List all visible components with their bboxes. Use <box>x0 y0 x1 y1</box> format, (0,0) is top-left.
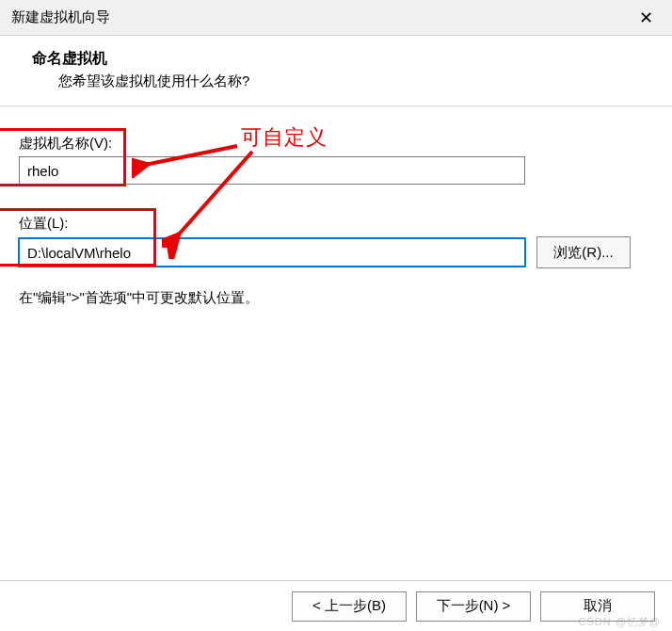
hint-text: 在"编辑">"首选项"中可更改默认位置。 <box>19 289 653 307</box>
next-button[interactable]: 下一步(N) > <box>416 591 531 622</box>
wizard-header: 命名虚拟机 您希望该虚拟机使用什么名称? <box>0 36 672 106</box>
vm-name-input[interactable] <box>19 156 525 185</box>
browse-button[interactable]: 浏览(R)... <box>536 236 631 268</box>
back-button[interactable]: < 上一步(B) <box>292 591 407 622</box>
location-input[interactable] <box>19 238 525 267</box>
wizard-body: 虚拟机名称(V): 位置(L): 浏览(R)... 在"编辑">"首选项"中可更… <box>0 106 672 549</box>
window-title: 新建虚拟机向导 <box>11 8 110 26</box>
watermark: CSDN @忆梦@ <box>578 615 661 629</box>
location-label: 位置(L): <box>19 215 653 233</box>
annotation-label: 可自定义 <box>241 123 328 152</box>
page-subtitle: 您希望该虚拟机使用什么名称? <box>32 73 672 90</box>
page-title: 命名虚拟机 <box>32 49 672 69</box>
wizard-footer: < 上一步(B) 下一步(N) > 取消 <box>0 580 672 631</box>
vm-name-label: 虚拟机名称(V): <box>19 135 653 153</box>
close-icon[interactable]: ✕ <box>632 6 661 30</box>
titlebar: 新建虚拟机向导 ✕ <box>0 0 672 36</box>
